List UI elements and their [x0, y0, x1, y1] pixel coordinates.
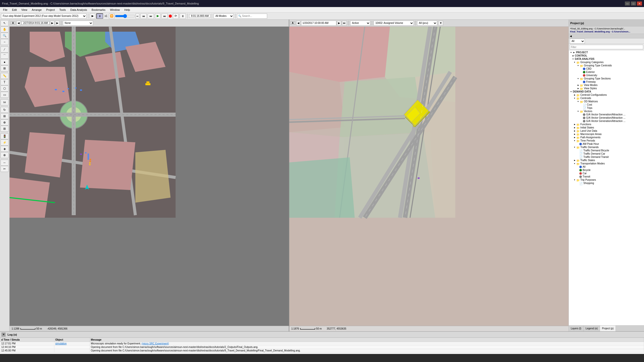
tree-initial-states[interactable]: 📁 Initial States	[573, 126, 643, 129]
tree-centroids[interactable]: 📁 Centroids	[573, 97, 643, 100]
right-unit-select[interactable]: All (pcu)	[417, 21, 437, 26]
tree-grouping-type-centroids[interactable]: 📁 Grouping Type Centroids	[576, 64, 643, 67]
left-filter-select[interactable]: None	[63, 21, 93, 26]
tree-data-analysis-section[interactable]: DATA ANALYSIS	[569, 57, 643, 61]
tree-td-car[interactable]: 📄 Traffic Demand Car	[576, 152, 643, 155]
left-play-btn[interactable]: ▶	[50, 21, 55, 26]
log-close-btn[interactable]: ✕	[2, 333, 6, 337]
play-button[interactable]: ▶	[90, 13, 95, 19]
select-all-tool[interactable]: ⊞	[1, 113, 9, 119]
file2[interactable]: Final_Travel_Demand_Modelling.ang - C:/U…	[570, 30, 643, 33]
tree-shopping[interactable]: 📄 Shopping	[576, 182, 643, 185]
project-tab[interactable]: Project (p)	[600, 326, 616, 331]
right-prev-btn[interactable]: ◀	[296, 21, 301, 26]
tree-freeway[interactable]: Freeway	[580, 80, 643, 83]
tree-demand-data-section[interactable]: DEMAND DATA	[569, 90, 643, 93]
tree-ga-vector2[interactable]: G/A Vector Generation/Attraction ...	[580, 116, 643, 119]
close-button[interactable]: ✕	[637, 2, 642, 6]
run-button[interactable]: ▶	[155, 13, 160, 19]
measure-tool[interactable]: 📏	[1, 73, 9, 79]
left-prev-btn[interactable]: ◀	[16, 21, 21, 26]
pause-button[interactable]: ⏸	[180, 13, 186, 19]
tree-project-section[interactable]: ► PROJECT	[569, 51, 643, 54]
number-tool-58[interactable]: 58	[1, 99, 9, 105]
menu-view[interactable]: View	[19, 8, 29, 12]
slow-button[interactable]: ⏪	[109, 13, 114, 19]
tree-land-use-data[interactable]: 📁 Land Use Data	[573, 129, 643, 132]
menu-file[interactable]: File	[1, 8, 10, 12]
road-tool[interactable]: ⊞	[1, 65, 9, 71]
signal-tool[interactable]: ⚡	[1, 140, 9, 146]
tree-mode-transit[interactable]: Transit	[576, 175, 643, 178]
arc-tool[interactable]: ⌒	[1, 53, 9, 59]
tree-od-matrices[interactable]: 📁 OD Matrices	[576, 100, 643, 103]
fast-button[interactable]: ∞	[136, 13, 140, 19]
menu-tools[interactable]: Tools	[57, 8, 68, 12]
centroid-tool[interactable]: ⊗	[1, 152, 9, 158]
map-left[interactable]: 1:1288 50 m -426349, 4581366	[10, 27, 289, 331]
speed-slider[interactable]	[115, 14, 135, 18]
line-tool[interactable]: ∕	[1, 47, 9, 53]
split-tool[interactable]: ✂	[1, 166, 9, 172]
tree-view-modes[interactable]: 📁 View Modes	[576, 83, 643, 87]
menu-bookmarks[interactable]: Bookmarks	[90, 8, 107, 12]
group-tool[interactable]: ⊞	[1, 126, 9, 132]
panel-scope-select[interactable]: All	[570, 39, 585, 44]
pointer-tool[interactable]: ↖	[1, 20, 9, 26]
region-tool[interactable]: ▭	[1, 92, 9, 98]
tree-view-styles[interactable]: 📁 View Styles	[576, 87, 643, 90]
menu-data-analysis[interactable]: Data Analysis	[68, 8, 89, 12]
minimize-button[interactable]: —	[625, 2, 630, 6]
right-play-btn[interactable]: ▶	[337, 21, 341, 26]
mode-selector[interactable]: All Modes	[214, 14, 234, 19]
rewind-button[interactable]: ⏮	[140, 13, 147, 19]
tree-centroid-config[interactable]: 📁 Centroid Configurations	[573, 93, 643, 97]
panel-expand-left-btn[interactable]: ◀	[570, 35, 572, 37]
file1[interactable]: *Final_3D_Editing.ang - C:/Users/simon.b…	[570, 27, 643, 30]
log-object-1[interactable]: simulation	[54, 342, 90, 345]
menu-project[interactable]: Project	[44, 8, 57, 12]
tree-grouping-type-sections[interactable]: 📁 Grouping Type Sections	[576, 77, 643, 80]
tree-control-section[interactable]: CONTROL	[569, 54, 643, 57]
tree-mode-all[interactable]: All	[576, 165, 643, 168]
right-options-btn[interactable]: ▼	[438, 21, 443, 26]
tree-traffic-demands[interactable]: 📁 Traffic Demands	[573, 146, 643, 149]
polygon-tool[interactable]: ⬡	[1, 85, 9, 92]
label-tool[interactable]: T	[1, 79, 9, 85]
tree-trip-purposes[interactable]: 📁 Trip Purposes	[573, 178, 643, 182]
right-result-select[interactable]: 10402: Assigned Volume	[374, 21, 414, 26]
node-tool[interactable]: ●	[1, 59, 9, 65]
tree-grouping-categories[interactable]: 📁 Grouping Categories	[573, 61, 643, 64]
prev-frame-button[interactable]: ⏭	[148, 13, 154, 19]
tree-vectors[interactable]: 📁 Vectors	[576, 110, 643, 113]
tree-macroscopic-areas[interactable]: 📁 Macroscopic Areas	[573, 132, 643, 136]
snap-tool[interactable]: ⊕	[1, 119, 9, 125]
tree-ga-vector1[interactable]: G/A Vector Generation/Attraction ...	[580, 113, 643, 116]
map-right[interactable]: 1:1876 50 m 352777, 4553635	[289, 27, 569, 331]
rotate-tool[interactable]: ↻	[1, 107, 9, 113]
tree-university[interactable]: University	[580, 74, 643, 77]
detector-tool[interactable]: ◈	[1, 146, 9, 152]
search-input[interactable]	[237, 14, 267, 19]
tree-td-bicycle[interactable]: 📄 Traffic Demand Bicycle	[576, 149, 643, 152]
tree-path-assignments[interactable]: 📁 Path Assignments	[573, 136, 643, 139]
right-next-btn[interactable]: ⏭	[342, 21, 347, 26]
maximize-button[interactable]: □	[631, 2, 636, 6]
zoom-in-tool[interactable]: 🔍	[1, 33, 9, 39]
tree-traffic-states[interactable]: 📁 Traffic States	[573, 159, 643, 162]
scenario-selector[interactable]: Four-step Model Experiment 2012 (Four-st…	[1, 14, 87, 19]
tree-am-peak-hour[interactable]: AM Peak Hour	[576, 142, 643, 146]
zoom-out-tool[interactable]: −	[1, 39, 9, 45]
tree-td-transit[interactable]: 📄 Traffic Demand Transit	[576, 155, 643, 159]
menu-help[interactable]: Help	[122, 8, 132, 12]
move-tool[interactable]: ↔	[1, 160, 9, 166]
tree-cbd[interactable]: CBD	[580, 67, 643, 70]
tree-cost[interactable]: 📄 Cost	[580, 103, 643, 106]
step-button[interactable]: ⏸	[96, 13, 103, 19]
menu-edit[interactable]: Edit	[10, 8, 19, 12]
next-frame-button[interactable]: ⏭	[162, 13, 168, 19]
traffic-tool[interactable]: 🚦	[1, 133, 9, 139]
filter-input[interactable]	[570, 45, 643, 49]
menu-arrange[interactable]: Arrange	[30, 8, 44, 12]
tree-exterior[interactable]: Exterior	[580, 70, 643, 74]
